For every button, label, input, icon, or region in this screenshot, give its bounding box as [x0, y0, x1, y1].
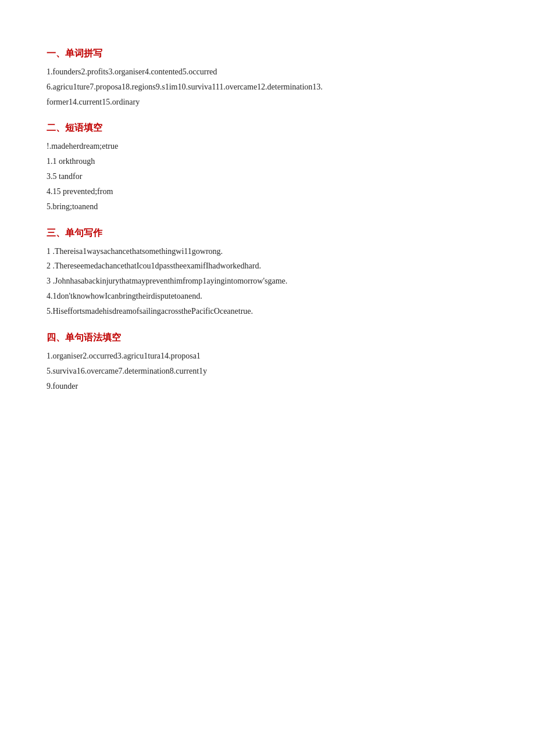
section-1-line-2: 6.agricu1ture7.proposa18.regions9.s1im10… [47, 80, 488, 95]
section-2-line-1: !.madeherdream;etrue [47, 139, 488, 154]
section-1-title: 一、单词拼写 [47, 45, 488, 62]
section-1-line-1: 1.founders2.profits3.organiser4.contente… [47, 65, 488, 80]
section-4-line-2: 5.surviva16.overcame7.determination8.cur… [47, 364, 488, 379]
section-3-line-3: 3 .Johnhasabackinjurythatmaypreventhimfr… [47, 274, 488, 289]
section-2: 二、短语填空 !.madeherdream;etrue 1.1 orkthrou… [47, 120, 488, 214]
section-4-line-1: 1.organiser2.occurred3.agricu1tura14.pro… [47, 349, 488, 364]
section-1-content: 1.founders2.profits3.organiser4.contente… [47, 65, 488, 110]
document-container: 一、单词拼写 1.founders2.profits3.organiser4.c… [47, 45, 488, 393]
section-4-title: 四、单句语法填空 [47, 329, 488, 346]
section-3-line-4: 4.1don'tknowhowIcanbringtheirdisputetoan… [47, 289, 488, 304]
section-3-title: 三、单句写作 [47, 225, 488, 242]
section-3-line-1: 1 .Thereisa1waysachancethatsomethingwi11… [47, 244, 488, 259]
section-1: 一、单词拼写 1.founders2.profits3.organiser4.c… [47, 45, 488, 109]
section-4-content: 1.organiser2.occurred3.agricu1tura14.pro… [47, 349, 488, 394]
section-4-line-3: 9.founder [47, 379, 488, 394]
section-1-line-3: former14.current15.ordinary [47, 95, 488, 110]
section-3: 三、单句写作 1 .Thereisa1waysachancethatsometh… [47, 225, 488, 319]
section-3-line-5: 5.Hiseffortsmadehisdreamofsailingacrosst… [47, 304, 488, 319]
section-2-line-5: 5.bring;toanend [47, 199, 488, 214]
section-2-title: 二、短语填空 [47, 120, 488, 137]
section-3-content: 1 .Thereisa1waysachancethatsomethingwi11… [47, 244, 488, 319]
section-4: 四、单句语法填空 1.organiser2.occurred3.agricu1t… [47, 329, 488, 393]
section-2-content: !.madeherdream;etrue 1.1 orkthrough 3.5 … [47, 139, 488, 214]
section-2-line-2: 1.1 orkthrough [47, 154, 488, 169]
section-3-line-2: 2 .ThereseemedachancethatIcou1dpasstheex… [47, 259, 488, 274]
section-2-line-3: 3.5 tandfor [47, 169, 488, 184]
section-2-line-4: 4.15 prevented;from [47, 184, 488, 199]
